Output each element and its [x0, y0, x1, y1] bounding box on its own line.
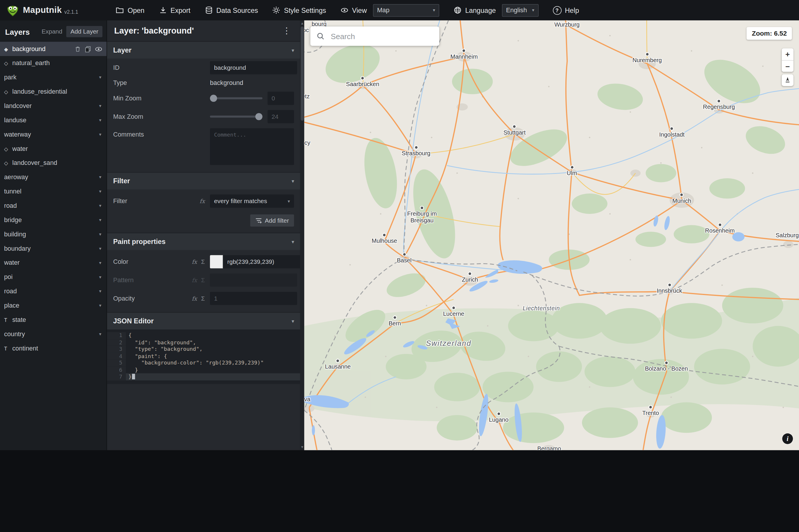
layer-list-item[interactable]: poi ▾	[0, 270, 107, 284]
function-icon[interactable]: fx	[200, 198, 205, 205]
function-icon[interactable]: fx	[192, 295, 197, 302]
pattern-input[interactable]	[210, 273, 297, 287]
collapse-group-icon[interactable]: ▾	[99, 189, 101, 194]
filter-section-title: Filter	[113, 177, 130, 185]
filter-combinator-value: every filter matches	[214, 197, 267, 205]
layer-list-item[interactable]: boundary ▾	[0, 241, 107, 255]
code-line: 6 }	[107, 366, 300, 374]
collapse-group-icon[interactable]: ▾	[99, 203, 101, 208]
scrollbar-thumb[interactable]	[301, 26, 304, 121]
layer-list-item[interactable]: ◇ landcover_sand	[0, 156, 107, 170]
layer-list-item[interactable]: road ▾	[0, 199, 107, 213]
layer-list-item[interactable]: ◇ natural_earth	[0, 56, 107, 70]
layer-list-item[interactable]: country ▾	[0, 327, 107, 341]
collapse-group-icon[interactable]: ▾	[99, 260, 101, 265]
opacity-input[interactable]	[210, 292, 297, 305]
map-canvas[interactable]	[304, 20, 799, 450]
collapse-group-icon[interactable]: ▾	[99, 274, 101, 280]
layer-list-item[interactable]: waterway ▾	[0, 127, 107, 141]
layer-section-header[interactable]: Layer ▾	[107, 42, 300, 59]
filter-section-header[interactable]: Filter ▾	[107, 173, 300, 190]
layer-name: park	[4, 74, 99, 81]
language-select-value: English	[506, 7, 527, 14]
json-code-editor[interactable]: 1 { 2 "id": "background", 3 "type": "bac…	[107, 329, 300, 384]
collapse-group-icon[interactable]: ▾	[99, 331, 101, 337]
maputnik-brand[interactable]: Maputnik v2.1.1	[0, 3, 85, 17]
view-select[interactable]: Map ▾	[373, 4, 439, 17]
collapse-group-icon[interactable]: ▾	[99, 303, 101, 308]
collapse-group-icon[interactable]: ▾	[99, 132, 101, 137]
chevron-down-icon: ▾	[433, 7, 435, 13]
search-input[interactable]	[330, 31, 433, 41]
open-button[interactable]: Open	[116, 6, 145, 14]
layer-list-item[interactable]: ◇ water	[0, 141, 107, 156]
help-button[interactable]: ? Help	[553, 6, 579, 15]
collapse-group-icon[interactable]: ▾	[99, 75, 101, 80]
scroll-up-icon[interactable]: ▲	[300, 21, 304, 25]
layer-list-item[interactable]: T continent	[0, 341, 107, 356]
min-zoom-slider[interactable]	[210, 95, 262, 102]
json-editor-header[interactable]: JSON Editor ▾	[107, 312, 300, 329]
data-expression-icon[interactable]: Σ	[201, 295, 205, 302]
layer-list-item[interactable]: aeroway ▾	[0, 170, 107, 185]
collapse-group-icon[interactable]: ▾	[99, 232, 101, 237]
database-icon	[205, 6, 213, 14]
attribution-info-button[interactable]: i	[782, 433, 793, 444]
max-zoom-label: Max Zoom	[113, 113, 184, 120]
collapse-group-icon[interactable]: ▾	[99, 175, 101, 180]
comments-textarea[interactable]	[210, 128, 294, 165]
color-input[interactable]	[223, 255, 300, 268]
add-layer-button[interactable]: Add Layer	[66, 26, 102, 37]
map-search[interactable]	[311, 26, 439, 46]
layer-list-item[interactable]: building ▾	[0, 227, 107, 241]
layer-list-item[interactable]: ◇ landuse_residential	[0, 84, 107, 99]
color-swatch[interactable]	[210, 255, 223, 268]
comments-row: Comments	[107, 126, 300, 172]
view-button[interactable]: View	[340, 6, 367, 14]
data-sources-button[interactable]: Data Sources	[205, 6, 258, 14]
language-button[interactable]: Language	[453, 6, 496, 14]
layer-name: natural_earth	[12, 59, 103, 66]
export-button[interactable]: Export	[159, 6, 190, 14]
toggle-visibility-icon[interactable]	[95, 45, 103, 52]
collapse-group-icon[interactable]: ▾	[99, 289, 101, 293]
layer-list-item[interactable]: place ▾	[0, 299, 107, 313]
collapse-group-icon[interactable]: ▾	[99, 246, 101, 251]
min-zoom-input[interactable]	[267, 92, 294, 105]
collapse-group-icon[interactable]: ▾	[99, 103, 101, 108]
layer-menu-kebab-icon[interactable]: ⋮	[280, 26, 293, 35]
scroll-down-icon[interactable]: ▼	[300, 445, 304, 449]
layer-list-item[interactable]: ◆ background	[0, 42, 107, 56]
data-expression-icon[interactable]: Σ	[201, 258, 205, 265]
collapse-group-icon[interactable]: ▾	[99, 217, 101, 222]
language-select[interactable]: English ▾	[502, 4, 539, 17]
layer-list-item[interactable]: park ▾	[0, 70, 107, 84]
layer-list-item[interactable]: landcover ▾	[0, 99, 107, 113]
compass-button[interactable]	[782, 74, 794, 86]
paint-section-header[interactable]: Paint properties ▾	[107, 233, 300, 250]
duplicate-layer-icon[interactable]	[85, 45, 91, 52]
layer-list-item[interactable]: road ▾	[0, 284, 107, 299]
max-zoom-slider[interactable]	[210, 113, 262, 120]
style-settings-button[interactable]: Style Settings	[272, 6, 326, 14]
editor-scrollbar[interactable]: ▲ ▼	[300, 20, 304, 450]
layer-list-item[interactable]: landuse ▾	[0, 113, 107, 127]
filter-combinator-select[interactable]: every filter matches ▾	[210, 195, 294, 208]
map-view[interactable]: bourg oc Wurzburg Mannheim Nuremberg	[304, 20, 799, 450]
layer-list-item[interactable]: tunnel ▾	[0, 185, 107, 199]
add-filter-button[interactable]: Add filter	[250, 214, 294, 227]
expand-button[interactable]: Expand	[41, 28, 62, 35]
layer-name: landcover	[4, 102, 99, 110]
filter-section: Filter ▾ Filter fx every filter matches …	[107, 172, 300, 233]
zoom-in-button[interactable]: +	[782, 49, 794, 60]
max-zoom-input[interactable]	[267, 110, 294, 123]
function-icon[interactable]: fx	[192, 259, 197, 265]
collapse-group-icon[interactable]: ▾	[99, 118, 101, 122]
layer-list-item[interactable]: water ▾	[0, 255, 107, 270]
id-input[interactable]	[210, 61, 297, 74]
layer-list-item[interactable]: bridge ▾	[0, 213, 107, 227]
layer-list-item[interactable]: T state	[0, 312, 107, 327]
delete-layer-icon[interactable]	[74, 45, 81, 52]
type-value[interactable]: background	[210, 79, 243, 87]
zoom-out-button[interactable]: −	[782, 60, 794, 72]
